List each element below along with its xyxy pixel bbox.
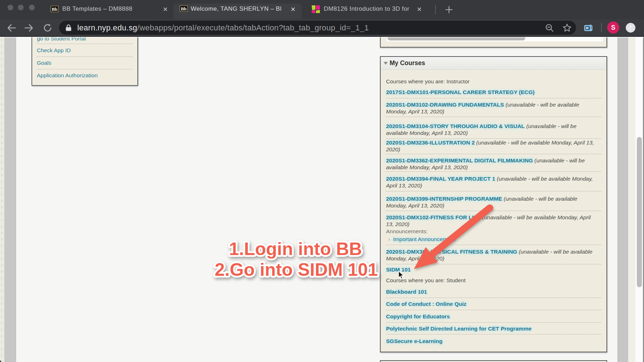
svg-text:2.Go into SIDM 101: 2.Go into SIDM 101: [215, 259, 378, 280]
svg-text:1.Login into BB: 1.Login into BB: [229, 239, 362, 259]
svg-text:Bb: Bb: [181, 6, 187, 11]
svg-text:Bb: Bb: [52, 6, 58, 12]
